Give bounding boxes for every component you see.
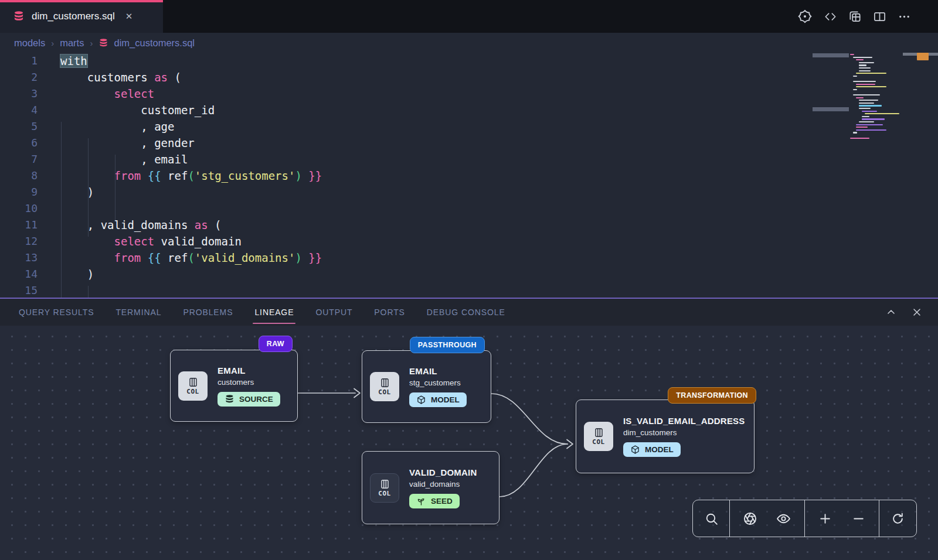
database-icon <box>13 11 25 22</box>
node-column-name: EMAIL <box>217 366 246 375</box>
tag-badge-transformation: TRANSFORMATION <box>668 387 756 404</box>
panel-tab-lineage[interactable]: LINEAGE <box>254 299 294 326</box>
minimap-line <box>850 54 854 55</box>
lineage-node-valid_domains[interactable]: COLVALID_DOMAINvalid_domainsSEED <box>362 451 499 524</box>
line-number: 4 <box>0 102 38 118</box>
search-icon <box>704 511 719 526</box>
line-number: 8 <box>0 168 38 184</box>
node-text: IS_VALID_EMAIL_ADDRESSdim_customersMODEL <box>623 416 745 457</box>
titlebar: dim_customers.sql ✕ <box>0 0 938 33</box>
code-editor[interactable]: 123456789101112131415 with customers as … <box>0 53 938 298</box>
column-chip: COL <box>178 371 208 401</box>
minimap-line <box>859 67 871 69</box>
code-line: ) <box>60 184 322 200</box>
code-pane: with customers as ( select customer_id ,… <box>60 53 322 298</box>
line-number-gutter: 123456789101112131415 <box>0 53 38 298</box>
split-icon <box>873 10 886 23</box>
panel-tabbar: QUERY RESULTSTERMINALPROBLEMSLINEAGEOUTP… <box>0 298 938 326</box>
close-icon <box>911 306 923 318</box>
node-text: EMAILstg_customersMODEL <box>409 366 467 407</box>
tab-close-icon[interactable]: ✕ <box>125 11 133 22</box>
minimap-line <box>862 116 869 117</box>
lineage-canvas[interactable]: RAWCOLEMAILcustomersSOURCEPASSTHROUGHCOL… <box>0 326 938 560</box>
minimap-line <box>856 73 886 74</box>
breadcrumb-separator: › <box>90 38 93 48</box>
close-panel-button[interactable] <box>911 306 923 318</box>
panel-tab-ports[interactable]: PORTS <box>374 299 405 326</box>
breadcrumb-item[interactable]: models <box>14 37 45 49</box>
minimap-line <box>853 81 876 82</box>
node-model-name: dim_customers <box>623 428 677 437</box>
breadcrumb: models›marts›dim_customers.sql <box>0 33 938 53</box>
minimap-line <box>853 57 872 58</box>
line-number: 15 <box>0 282 38 298</box>
seedling-icon <box>416 496 426 506</box>
breadcrumb-item[interactable]: marts <box>60 37 84 49</box>
minimap-line <box>865 113 899 114</box>
database-icon <box>98 38 108 48</box>
code-line <box>60 282 322 298</box>
breadcrumb-separator: › <box>51 38 54 48</box>
minimap-line <box>856 97 864 98</box>
code-line: , email <box>60 151 322 168</box>
panel-tab-terminal[interactable]: TERMINAL <box>115 299 161 326</box>
search-button[interactable] <box>698 500 724 537</box>
code-line: with <box>60 53 322 69</box>
tag-badge-passthrough: PASSTHROUGH <box>410 337 485 353</box>
cube-icon <box>416 395 426 405</box>
code-line: select valid_domain <box>60 233 322 250</box>
eye-button[interactable] <box>771 500 797 537</box>
code-icon <box>824 10 837 23</box>
toolbar-group <box>805 500 879 537</box>
minimap[interactable] <box>849 53 898 298</box>
dbt-logo-button[interactable] <box>797 9 813 24</box>
database-icon <box>225 394 235 404</box>
breadcrumb-item[interactable]: dim_customers.sql <box>98 37 195 49</box>
panel-tabs: QUERY RESULTSTERMINALPROBLEMSLINEAGEOUTP… <box>19 299 527 326</box>
panel-tab-problems[interactable]: PROBLEMS <box>183 299 233 326</box>
panel-tab-output[interactable]: OUTPUT <box>315 299 352 326</box>
line-number: 3 <box>0 86 38 102</box>
line-number: 11 <box>0 217 38 233</box>
type-badge-model: MODEL <box>623 442 681 457</box>
lineage-node-dim_customers[interactable]: TRANSFORMATIONCOLIS_VALID_EMAIL_ADDRESSd… <box>576 399 755 473</box>
split-editor-button[interactable] <box>873 10 886 23</box>
minimap-line <box>853 89 857 90</box>
minus-button[interactable] <box>845 500 871 537</box>
cube-icon <box>630 445 640 455</box>
aperture-button[interactable] <box>738 500 763 537</box>
code-line: select <box>60 86 322 102</box>
eye-icon <box>776 511 791 526</box>
type-badge-source: SOURCE <box>217 392 280 407</box>
minimap-line <box>859 62 874 63</box>
tab-title: dim_customers.sql <box>32 11 115 22</box>
line-number: 6 <box>0 135 38 151</box>
code-line: customers as ( <box>60 69 322 86</box>
refresh-button[interactable] <box>885 500 910 537</box>
code-view-button[interactable] <box>824 10 837 23</box>
lineage-node-stg_customers[interactable]: PASSTHROUGHCOLEMAILstg_customersMODEL <box>362 350 491 423</box>
minimap-line <box>853 76 857 77</box>
plus-button[interactable] <box>812 500 838 537</box>
column-chip: COL <box>370 473 399 503</box>
dbt-icon <box>797 9 813 24</box>
more-actions-button[interactable] <box>898 10 911 23</box>
database-icon <box>13 11 25 22</box>
line-number: 13 <box>0 250 38 266</box>
duplicate-table-button[interactable] <box>848 10 862 23</box>
aperture-icon <box>743 511 757 526</box>
minimap-line <box>862 118 885 119</box>
column-chip-label: COL <box>592 438 604 446</box>
minimap-line <box>856 84 875 85</box>
panel-tab-query-results[interactable]: QUERY RESULTS <box>19 299 94 326</box>
plus-icon <box>818 511 832 526</box>
collapse-panel-button[interactable] <box>885 306 897 318</box>
editor-tab-dim-customers[interactable]: dim_customers.sql ✕ <box>0 0 163 33</box>
column-chip: COL <box>370 372 399 401</box>
chevron-up-icon <box>885 306 897 318</box>
code-line: , age <box>60 118 322 135</box>
panel-tab-debug-console[interactable]: DEBUG CONSOLE <box>427 299 505 326</box>
columns-icon <box>379 377 390 388</box>
node-column-name: VALID_DOMAIN <box>409 467 477 477</box>
lineage-node-customers[interactable]: RAWCOLEMAILcustomersSOURCE <box>170 350 298 422</box>
